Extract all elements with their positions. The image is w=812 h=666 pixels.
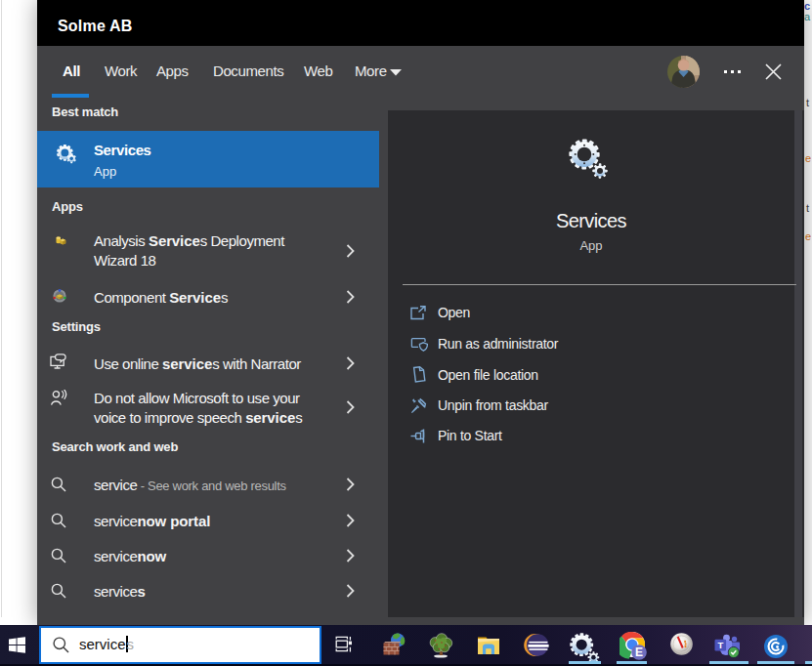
svg-text:T: T <box>717 640 723 650</box>
svg-text:E: E <box>635 645 643 659</box>
